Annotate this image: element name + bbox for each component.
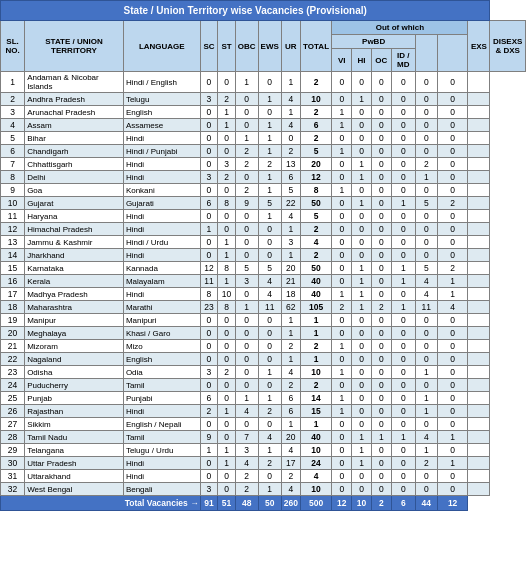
exs-header: EXS (468, 21, 490, 72)
cell: 0 (218, 223, 236, 236)
cell: 2 (235, 470, 258, 483)
cell: 1 (437, 431, 468, 444)
total-oc: 2 (371, 496, 391, 511)
cell: 0 (415, 132, 437, 145)
cell: 14 (300, 392, 332, 405)
cell: 1 (332, 405, 352, 418)
cell: 50 (300, 197, 332, 210)
cell: Delhi (25, 171, 124, 184)
total-total: 500 (300, 496, 332, 511)
cell (468, 327, 490, 340)
cell (468, 158, 490, 171)
cell (468, 119, 490, 132)
cell: 0 (200, 327, 218, 340)
cell: 0 (332, 72, 352, 93)
cell: 14 (1, 249, 25, 262)
cell: Assam (25, 119, 124, 132)
cell: Marathi (123, 301, 200, 314)
cell: 0 (415, 327, 437, 340)
cell: 2 (1, 93, 25, 106)
cell: Khasi / Garo (123, 327, 200, 340)
table-row: 28Tamil NaduTamil90742040011141 (1, 431, 526, 444)
cell: 0 (235, 353, 258, 366)
cell: 0 (371, 249, 391, 262)
cell (468, 431, 490, 444)
cell: 21 (281, 275, 300, 288)
cell: 1 (300, 314, 332, 327)
cell: 0 (332, 483, 352, 496)
cell: 0 (391, 340, 415, 353)
cell: Andhra Pradesh (25, 93, 124, 106)
cell: 0 (437, 158, 468, 171)
cell: 0 (332, 418, 352, 431)
cell: 11 (200, 275, 218, 288)
cell: 8 (218, 197, 236, 210)
cell: 1 (235, 392, 258, 405)
total-id-md: 6 (391, 496, 415, 511)
cell: 0 (391, 327, 415, 340)
cell: 0 (235, 119, 258, 132)
cell: 0 (235, 379, 258, 392)
cell: 0 (218, 392, 236, 405)
cell: English / Nepali (123, 418, 200, 431)
cell: 2 (235, 483, 258, 496)
cell: 1 (258, 366, 281, 379)
table-title: State / Union Territory wise Vacancies (… (1, 1, 490, 21)
cell: 1 (218, 106, 236, 119)
cell: 0 (332, 171, 352, 184)
cell: 1 (1, 72, 25, 93)
cell: 0 (371, 93, 391, 106)
cell: 0 (437, 418, 468, 431)
cell: 0 (332, 431, 352, 444)
cell: Tamil (123, 379, 200, 392)
cell (468, 483, 490, 496)
disexs-header: DISEXS & DXS (490, 21, 526, 72)
cell: 0 (332, 132, 352, 145)
cell: 0 (437, 210, 468, 223)
cell: 0 (200, 470, 218, 483)
cell: 2 (281, 340, 300, 353)
cell: 0 (437, 171, 468, 184)
cell: 0 (391, 457, 415, 470)
cell: 40 (300, 431, 332, 444)
cell: Haryana (25, 210, 124, 223)
cell: 0 (371, 236, 391, 249)
cell: Telangana (25, 444, 124, 457)
cell: 3 (281, 236, 300, 249)
cell: 1 (281, 314, 300, 327)
cell (468, 392, 490, 405)
cell: 1 (352, 93, 372, 106)
cell: 1 (352, 457, 372, 470)
table-row: 25PunjabPunjabi6011614100010 (1, 392, 526, 405)
cell: 0 (352, 379, 372, 392)
cell: 0 (437, 353, 468, 366)
table-row: 8DelhiHindi3201612010010 (1, 171, 526, 184)
total-ur: 260 (281, 496, 300, 511)
cell: 0 (235, 327, 258, 340)
cell: 0 (391, 392, 415, 405)
cell: 0 (371, 171, 391, 184)
cell: 0 (218, 353, 236, 366)
cell: 0 (235, 249, 258, 262)
cell: 19 (1, 314, 25, 327)
cell (468, 340, 490, 353)
cell: Andaman & Nicobar Islands (25, 72, 124, 93)
table-row: 18MaharashtraMarathi238111621052121114 (1, 301, 526, 314)
cell: 2 (300, 72, 332, 93)
cell: 0 (371, 405, 391, 418)
ur-header: UR (281, 21, 300, 72)
cell: Chandigarh (25, 145, 124, 158)
cell: 1 (415, 405, 437, 418)
cell: 0 (332, 93, 352, 106)
cell: Hindi (123, 132, 200, 145)
cell: 13 (281, 158, 300, 171)
cell: 0 (258, 470, 281, 483)
cell: 0 (332, 249, 352, 262)
cell: 0 (371, 444, 391, 457)
cell: 1 (258, 210, 281, 223)
table-row: 15KarnatakaKannada128552050010152 (1, 262, 526, 275)
cell: 9 (200, 431, 218, 444)
cell: 0 (437, 249, 468, 262)
cell: 1 (218, 249, 236, 262)
cell: 0 (391, 132, 415, 145)
